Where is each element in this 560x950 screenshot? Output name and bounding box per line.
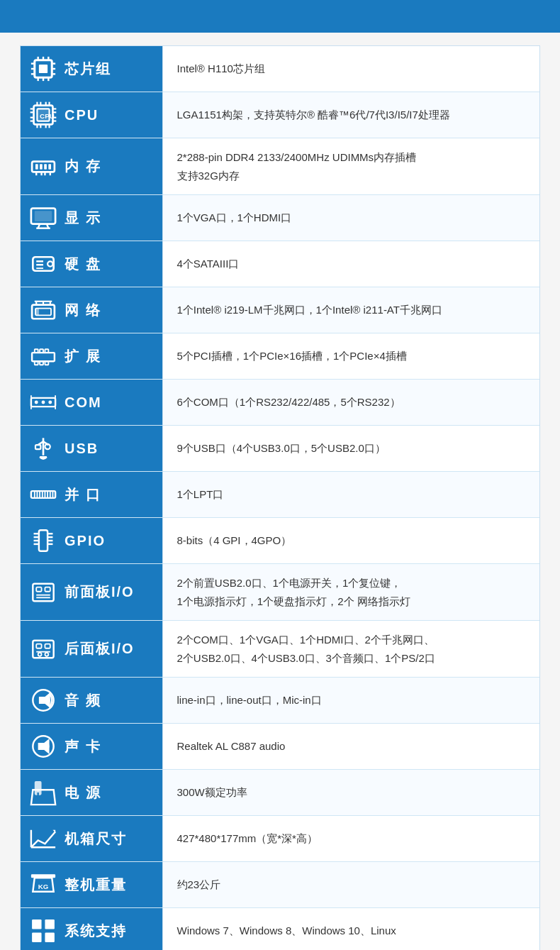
- value-cell-dimension: 427*480*177mm（宽*深*高）: [162, 816, 539, 862]
- value-text: 2个前置USB2.0口、1个电源开关，1个复位键，: [177, 577, 402, 589]
- table-row: 网 络1个Intel® i219-LM千兆网口，1个Intel® i211-AT…: [21, 287, 539, 333]
- reario-icon: [28, 635, 59, 663]
- label-text-memory: 内 存: [65, 157, 101, 176]
- label-text-chipset: 芯片组: [65, 60, 111, 79]
- memory-icon: [28, 153, 59, 181]
- value-cell-frontio: 2个前置USB2.0口、1个电源开关，1个复位键，1个电源指示灯，1个硬盘指示灯…: [162, 564, 539, 621]
- table-row: 并 口1个LPT口: [21, 472, 539, 518]
- label-cell-power: 电 源: [21, 770, 162, 816]
- table-row: COM6个COM口（1个RS232/422/485，5个RS232）: [21, 380, 539, 426]
- value-cell-usb: 9个USB口（4个USB3.0口，5个USB2.0口）: [162, 426, 539, 472]
- svg-rect-60: [35, 349, 38, 353]
- table-row: 机箱尺寸427*480*177mm（宽*深*高）: [21, 816, 539, 862]
- label-text-harddisk: 硬 盘: [65, 255, 101, 274]
- table-row: CPU CPULGA1151构架，支持英特尔® 酷睿™6代/7代I3/I5/I7…: [21, 92, 539, 138]
- svg-rect-33: [32, 161, 55, 172]
- weight-icon: KG: [28, 871, 59, 899]
- label-cell-expansion: 扩 展: [21, 333, 162, 380]
- chipset-icon: [28, 55, 59, 83]
- svg-rect-100: [45, 587, 50, 591]
- table-row: 音 频line-in口，line-out口，Mic-in口: [21, 678, 539, 724]
- spec-table: 芯片组Intel® H110芯片组 CPU CPULGA1151构架，支持英特尔…: [21, 46, 539, 950]
- svg-rect-61: [40, 349, 43, 353]
- svg-point-68: [42, 401, 45, 404]
- svg-text:CPU: CPU: [40, 112, 55, 120]
- value-cell-parallel: 1个LPT口: [162, 472, 539, 518]
- table-row: USB9个USB口（4个USB3.0口，5个USB2.0口）: [21, 426, 539, 472]
- label-cell-os: 系统支持: [21, 908, 162, 951]
- label-cell-dimension: 机箱尺寸: [21, 816, 162, 862]
- label-cell-com: COM: [21, 380, 162, 426]
- svg-point-67: [35, 401, 38, 404]
- frontio-icon: [28, 578, 59, 607]
- cpu-icon: CPU: [28, 101, 59, 129]
- label-cell-harddisk: 硬 盘: [21, 241, 162, 287]
- value-cell-expansion: 5个PCI插槽，1个PCIe×16插槽，1个PCIe×4插槽: [162, 333, 539, 380]
- label-cell-usb: USB: [21, 426, 162, 472]
- svg-rect-46: [35, 211, 52, 221]
- display-icon: [28, 204, 59, 232]
- label-cell-weight: KG 整机重量: [21, 862, 162, 908]
- table-row: 内 存2*288-pin DDR4 2133/2400MHz UDIMMs内存插…: [21, 138, 539, 195]
- label-cell-display: 显 示: [21, 195, 162, 241]
- parallel-icon: [28, 480, 59, 509]
- label-cell-soundcard: 声 卡: [21, 724, 162, 770]
- svg-rect-98: [33, 583, 53, 600]
- com-icon: [28, 388, 59, 416]
- svg-rect-63: [35, 361, 38, 365]
- os-icon: [28, 917, 59, 945]
- value-text: 2个USB2.0口、4个USB3.0口、3个音频口、1个PS/2口: [177, 652, 435, 664]
- svg-rect-89: [39, 530, 47, 551]
- svg-rect-104: [36, 644, 41, 648]
- value-cell-audio: line-in口，line-out口，Mic-in口: [162, 678, 539, 724]
- label-cell-parallel: 并 口: [21, 472, 162, 518]
- svg-rect-77: [35, 445, 40, 449]
- value-cell-power: 300W额定功率: [162, 770, 539, 816]
- label-cell-chipset: 芯片组: [21, 46, 162, 92]
- label-text-expansion: 扩 展: [65, 347, 101, 366]
- value-cell-harddisk: 4个SATAIII口: [162, 241, 539, 287]
- harddisk-icon: [28, 250, 59, 278]
- label-text-audio: 音 频: [65, 691, 101, 710]
- svg-rect-105: [45, 644, 50, 648]
- label-text-network: 网 络: [65, 301, 101, 320]
- svg-point-48: [47, 261, 52, 266]
- label-cell-network: 网 络: [21, 287, 162, 333]
- value-cell-memory: 2*288-pin DDR4 2133/2400MHz UDIMMs内存插槽支持…: [162, 138, 539, 195]
- table-row: GPIO8-bits（4 GPI，4GPO）: [21, 518, 539, 564]
- label-cell-memory: 内 存: [21, 138, 162, 195]
- label-text-weight: 整机重量: [65, 876, 127, 895]
- label-text-os: 系统支持: [65, 922, 127, 941]
- label-cell-frontio: 前面板I/O: [21, 564, 162, 621]
- svg-rect-59: [32, 353, 55, 361]
- value-text: 2*288-pin DDR4 2133/2400MHz UDIMMs内存插槽: [177, 151, 417, 163]
- svg-rect-99: [36, 587, 41, 591]
- svg-rect-34: [35, 164, 38, 169]
- label-text-dimension: 机箱尺寸: [65, 829, 127, 849]
- svg-rect-122: [32, 932, 41, 941]
- table-row: 系统支持Windows 7、Windows 8、Windows 10、Linux: [21, 908, 539, 951]
- audio-icon: [28, 686, 59, 714]
- table-row: KG 整机重量约23公斤: [21, 862, 539, 908]
- value-cell-weight: 约23公斤: [162, 862, 539, 908]
- svg-rect-54: [35, 309, 39, 316]
- label-text-reario: 后面板I/O: [65, 639, 135, 658]
- value-cell-display: 1个VGA口，1个HDMI口: [162, 195, 539, 241]
- value-cell-reario: 2个COM口、1个VGA口、1个HDMI口、2个千兆网口、2个USB2.0口、4…: [162, 621, 539, 678]
- svg-rect-121: [45, 919, 54, 929]
- label-text-parallel: 并 口: [65, 485, 101, 504]
- svg-rect-1: [39, 65, 47, 73]
- value-cell-cpu: LGA1151构架，支持英特尔® 酷睿™6代/7代I3/I5/I7处理器: [162, 92, 539, 138]
- svg-rect-37: [48, 164, 51, 169]
- svg-rect-62: [45, 349, 48, 353]
- svg-rect-64: [40, 361, 43, 365]
- value-text: 支持32G内存: [177, 170, 240, 182]
- label-text-cpu: CPU: [65, 107, 99, 123]
- label-cell-gpio: GPIO: [21, 518, 162, 564]
- svg-point-69: [48, 401, 52, 404]
- value-cell-chipset: Intel® H110芯片组: [162, 46, 539, 92]
- table-row: 电 源300W额定功率: [21, 770, 539, 816]
- table-row: 芯片组Intel® H110芯片组: [21, 46, 539, 92]
- label-text-com: COM: [65, 394, 102, 411]
- soundcard-icon: [28, 732, 59, 761]
